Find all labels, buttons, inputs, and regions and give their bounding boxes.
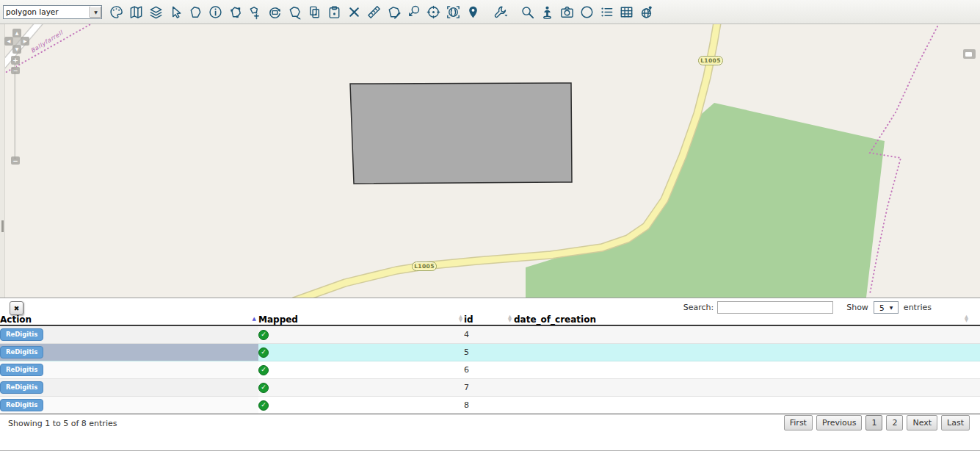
rotate-feature-icon[interactable] [266,2,283,21]
layer-select[interactable]: polygon layer ▼ [3,5,102,19]
layer-select-value: polygon layer [4,7,90,16]
grid-icon[interactable] [618,2,635,21]
forest-area [526,103,885,298]
pan-center-button[interactable] [12,37,21,46]
map-side-strip [0,24,5,298]
column-header-mapped[interactable]: Mapped [258,314,464,325]
palette-icon[interactable] [108,2,125,21]
page-length-value: 5 [874,303,890,312]
page-length-select[interactable]: 5 ▼ [874,301,899,314]
date-cell [514,325,980,344]
tools-icon[interactable] [492,2,509,21]
map-base-layer [0,24,980,298]
zoom-in-button[interactable]: + [11,56,20,65]
street-view-icon[interactable] [539,2,556,21]
pan-east-button[interactable]: ▶ [21,37,29,46]
panel-resize-handle[interactable] [1,220,4,232]
list-icon[interactable] [598,2,615,21]
pointer-icon[interactable] [167,2,184,21]
mapped-check-icon: ✓ [258,383,269,393]
first-page-button[interactable]: First [784,415,813,430]
date-cell [514,379,980,397]
id-cell: 6 [464,361,514,379]
entries-label: entries [904,303,932,312]
measure-icon[interactable] [366,2,382,21]
table-row[interactable]: ReDigitis ✓ 4 [0,325,980,344]
paste-icon[interactable] [326,2,343,21]
geolocate-icon[interactable] [425,2,442,21]
shape-arrow-icon[interactable] [286,2,303,21]
drawn-polygon-feature[interactable] [350,83,572,184]
id-cell: 4 [464,325,514,344]
pan-south-button[interactable]: ▼ [12,45,21,54]
mapped-check-icon: ✓ [258,347,269,358]
gis-application: polygon layer ▼ [0,0,980,454]
table-info: Showing 1 to 5 of 8 entries [8,419,117,428]
date-cell [514,344,980,361]
search-icon[interactable] [519,2,536,21]
sort-both-icon [965,315,968,323]
marker-icon[interactable] [465,2,482,21]
mapped-check-icon: ✓ [258,330,269,340]
sort-both-icon [508,315,512,323]
map-icon[interactable] [128,2,145,21]
date-cell [514,361,980,379]
column-header-date-of-creation[interactable]: date_of_creation [514,314,980,325]
table-controls: Search: Show 5 ▼ entries [683,301,932,314]
table-row-selected[interactable]: ReDigitis ✓ 5 [0,344,980,361]
copy-icon[interactable] [306,2,323,21]
zoom-extent-icon[interactable] [445,2,462,21]
layers-icon[interactable] [148,2,164,21]
sort-both-icon [459,315,462,323]
zoom-out-button[interactable]: − [11,156,20,165]
road-ref-text: L1005 [414,263,435,270]
redigitise-button[interactable]: ReDigitis [0,328,43,341]
last-page-button[interactable]: Last [941,415,970,430]
page-1-button[interactable]: 1 [865,415,882,430]
column-header-action[interactable]: Action [0,314,258,325]
polygon-icon[interactable] [187,2,204,21]
next-page-button[interactable]: Next [907,415,937,430]
attribute-table-panel: ✖ Search: Show 5 ▼ entries Action Mapped… [0,298,980,450]
search-label: Search: [683,303,714,312]
search-input[interactable] [717,301,833,314]
table-row[interactable]: ReDigitis ✓ 6 [0,361,980,379]
zoom-slider-handle[interactable]: − [11,67,20,74]
move-feature-icon[interactable] [247,2,264,21]
pagination: First Previous 1 2 Next Last [784,415,970,430]
chevron-down-icon[interactable]: ▼ [90,7,101,18]
attribute-table: Action Mapped id date_of_creation ReDigi… [0,314,980,414]
column-header-id[interactable]: id [464,314,514,325]
sort-asc-icon [253,316,256,322]
close-panel-button[interactable]: ✖ [10,301,23,315]
date-cell [514,397,980,414]
info-icon[interactable] [207,2,224,21]
globe-pin-icon[interactable] [638,2,655,21]
table-header-row: Action Mapped id date_of_creation [0,314,980,325]
map-canvas[interactable]: Ballyfarrell L1005 L1005 ▲ ◀ ▶ ▼ + − − [0,24,980,298]
redigitise-button[interactable]: ReDigitis [0,346,43,358]
cut-polygon-icon[interactable] [385,2,402,21]
show-label: Show [846,303,868,312]
layer-switcher-button[interactable] [963,49,976,59]
edit-vertices-icon[interactable] [227,2,244,21]
table-row[interactable]: ReDigitis ✓ 8 [0,397,980,414]
redigitise-button[interactable]: ReDigitis [0,364,43,376]
mapped-check-icon: ✓ [258,365,269,375]
road-ref-badge: L1005 [698,56,723,65]
redigitise-button[interactable]: ReDigitis [0,381,43,394]
layer-switcher-icon [965,52,972,57]
redigitise-button[interactable]: ReDigitis [0,399,43,411]
chevron-down-icon: ▼ [890,305,898,310]
circle-icon[interactable] [578,2,595,21]
id-cell: 5 [464,344,514,361]
camera-icon[interactable] [559,2,576,21]
page-bottom-divider [0,450,980,451]
table-row[interactable]: ReDigitis ✓ 7 [0,379,980,397]
zoom-selection-icon[interactable] [405,2,422,21]
mapped-check-icon: ✓ [258,400,269,411]
delete-icon[interactable] [346,2,363,21]
page-2-button[interactable]: 2 [886,415,903,430]
zoom-slider-track[interactable] [14,65,16,159]
previous-page-button[interactable]: Previous [816,415,863,430]
